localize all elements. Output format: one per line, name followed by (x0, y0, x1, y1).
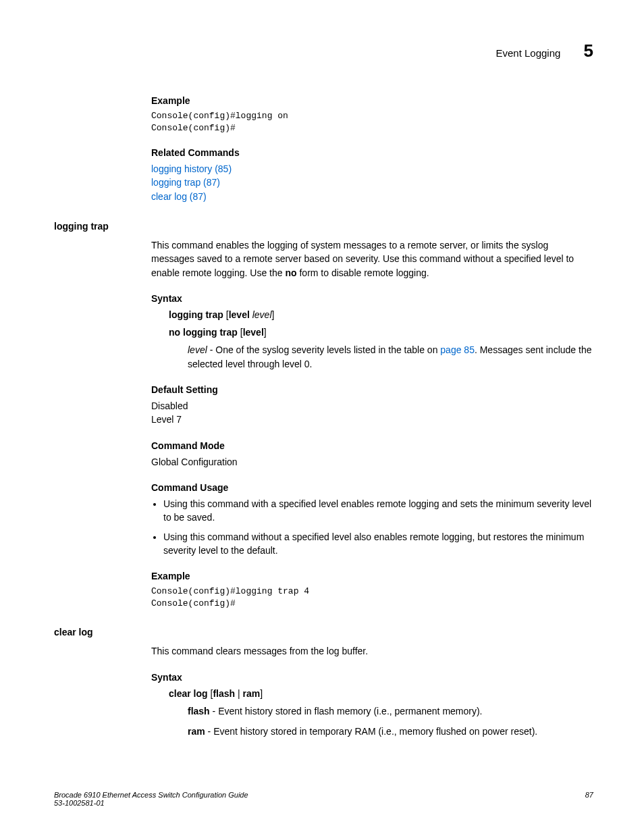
logging-trap-intro: This command enables the logging of syst… (151, 238, 593, 280)
syntax-line-1: logging trap [level level] (169, 308, 593, 321)
syntax-line-2: no logging trap [level] (169, 325, 593, 339)
usage-item-1: Using this command with a specified leve… (163, 497, 593, 525)
footer-line1: Brocade 6910 Ethernet Access Switch Conf… (54, 791, 248, 799)
link-logging-trap[interactable]: logging trap (87) (151, 177, 220, 188)
related-commands-heading: Related Commands (151, 147, 593, 158)
usage-list: Using this command with a specified leve… (151, 497, 593, 557)
usage-item-2: Using this command without a specified l… (163, 530, 593, 558)
example-code-block-2: Console(config)#logging trap 4 Console(c… (151, 585, 593, 609)
syntax-heading-2: Syntax (151, 672, 593, 683)
clear-log-heading: clear log (54, 627, 593, 637)
footer-line2: 53-1002581-01 (54, 799, 105, 807)
example-heading: Example (151, 95, 593, 106)
default-setting-heading: Default Setting (151, 384, 593, 395)
header-title: Event Logging (495, 47, 560, 59)
command-usage-heading: Command Usage (151, 482, 593, 493)
link-clear-log[interactable]: clear log (87) (151, 191, 207, 202)
command-mode-value: Global Configuration (151, 455, 593, 469)
example-code-block: Console(config)#logging on Console(confi… (151, 110, 593, 134)
syntax-heading: Syntax (151, 293, 593, 304)
link-logging-history[interactable]: logging history (85) (151, 163, 232, 174)
clear-log-syntax: clear log [flash | ram] (169, 687, 593, 700)
level-description: level - One of the syslog severity level… (188, 343, 593, 371)
command-mode-heading: Command Mode (151, 440, 593, 451)
logging-trap-heading: logging trap (54, 221, 593, 232)
default-setting-value: Disabled Level 7 (151, 399, 593, 427)
flash-description: flash - Event history stored in flash me… (188, 704, 593, 718)
ram-description: ram - Event history stored in temporary … (188, 725, 593, 738)
page-header: Event Logging 5 (54, 41, 593, 61)
link-page-85[interactable]: page 85 (440, 344, 475, 355)
page-number: 87 (585, 791, 593, 799)
clear-log-intro: This command clears messages from the lo… (151, 644, 593, 658)
example-heading-2: Example (151, 571, 593, 581)
chapter-number: 5 (584, 41, 593, 61)
page-footer: 87 Brocade 6910 Ethernet Access Switch C… (54, 791, 593, 807)
